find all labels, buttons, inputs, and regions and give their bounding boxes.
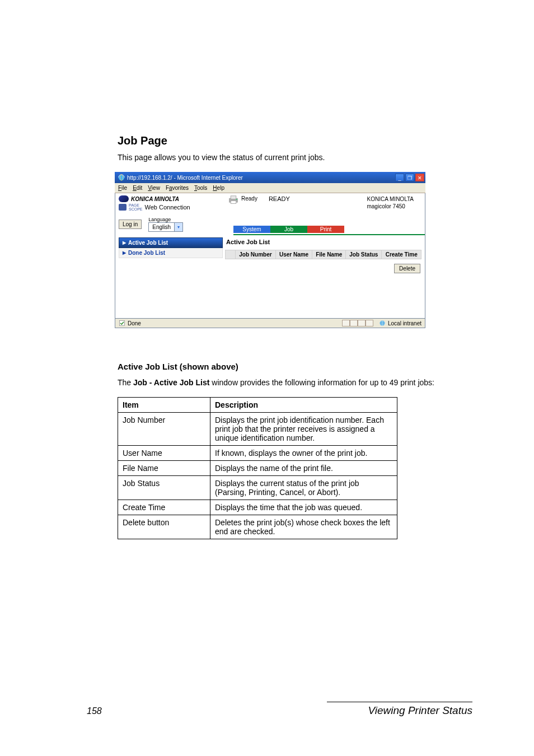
- model-vendor: KONICA MINOLTA: [367, 195, 414, 203]
- footer-title: Viewing Printer Status: [368, 704, 472, 717]
- login-button[interactable]: Log in: [119, 220, 142, 229]
- window-titlebar: http://192.168.1.2/ - Microsoft Internet…: [115, 172, 425, 183]
- model-name: magicolor 7450: [367, 203, 414, 210]
- menu-edit[interactable]: Edit: [133, 185, 142, 191]
- info-head-item: Item: [118, 398, 210, 413]
- browser-menubar: File Edit View Favorites Tools Help: [115, 183, 425, 193]
- screenshot: http://192.168.1.2/ - Microsoft Internet…: [115, 172, 425, 328]
- info-desc: Displays the time that the job was queue…: [210, 500, 397, 515]
- info-head-desc: Description: [210, 398, 397, 413]
- sidebar-done-job-list[interactable]: ▶ Done Job List: [119, 248, 223, 258]
- language-label: Language: [148, 217, 183, 222]
- done-icon: [119, 320, 125, 326]
- info-desc: Displays the current status of the print…: [210, 476, 397, 500]
- page-footer: 158 Viewing Printer Status: [0, 702, 534, 717]
- table-row: Job StatusDisplays the current status of…: [118, 476, 397, 500]
- table-row: User NameIf known, displays the owner of…: [118, 446, 397, 461]
- tab-print[interactable]: Print: [307, 226, 344, 233]
- info-item: File Name: [118, 461, 210, 476]
- window-title-text: http://192.168.1.2/ - Microsoft Internet…: [127, 175, 243, 181]
- triangle-right-icon: ▶: [123, 240, 126, 245]
- tab-underline: [233, 234, 425, 235]
- tab-job[interactable]: Job: [270, 226, 307, 233]
- info-desc: If known, displays the owner of the prin…: [210, 446, 397, 461]
- col-checkbox: [226, 250, 236, 259]
- info-desc: Displays the name of the print file.: [210, 461, 397, 476]
- printer-icon: [228, 195, 239, 204]
- sidebar-active-label: Active Job List: [128, 240, 168, 246]
- language-value: English: [149, 224, 174, 230]
- info-desc: Deletes the print job(s) whose check box…: [210, 515, 397, 539]
- konica-badge-icon: [119, 195, 129, 202]
- subsection-heading: Active Job List (shown above): [118, 362, 472, 371]
- info-item: Job Status: [118, 476, 210, 500]
- info-table: Item Description Job NumberDisplays the …: [118, 397, 397, 539]
- col-job-status: Job Status: [346, 250, 382, 259]
- section-intro: This page allows you to view the status …: [118, 153, 472, 162]
- sidebar-active-job-list[interactable]: ▶ Active Job List: [119, 237, 223, 248]
- svg-rect-6: [120, 321, 125, 326]
- printer-ready-status: READY: [269, 195, 290, 211]
- menu-tools[interactable]: Tools: [194, 185, 207, 191]
- close-button[interactable]: ✕: [415, 174, 424, 181]
- statusbar-done: Done: [128, 320, 141, 326]
- panel-title: Active Job List: [225, 237, 421, 250]
- ie-icon: [118, 174, 125, 181]
- delete-button[interactable]: Delete: [394, 264, 420, 273]
- table-row: Create TimeDisplays the time that the jo…: [118, 500, 397, 515]
- col-job-number: Job Number: [236, 250, 276, 259]
- language-select[interactable]: English ▾: [148, 222, 183, 232]
- tab-system[interactable]: System: [233, 226, 270, 233]
- col-user-name: User Name: [275, 250, 312, 259]
- browser-body: KONICA MINOLTA PAGE SCOPE Web Connection…: [115, 193, 425, 318]
- job-table: Job Number User Name File Name Job Statu…: [225, 250, 421, 259]
- info-item: Job Number: [118, 413, 210, 446]
- chevron-down-icon: ▾: [174, 223, 182, 231]
- pagescope-small: PAGE SCOPE: [129, 203, 143, 211]
- table-row: Job NumberDisplays the print job identif…: [118, 413, 397, 446]
- svg-point-5: [236, 199, 237, 200]
- printer-ready-chip: Ready: [241, 195, 257, 202]
- menu-file[interactable]: File: [118, 185, 127, 191]
- table-row: File NameDisplays the name of the print …: [118, 461, 397, 476]
- section-heading: Job Page: [118, 134, 472, 147]
- col-file-name: File Name: [312, 250, 346, 259]
- vendor-name: KONICA MINOLTA: [131, 196, 179, 202]
- info-item: Delete button: [118, 515, 210, 539]
- maximize-button[interactable]: ❐: [405, 174, 414, 181]
- svg-rect-3: [231, 196, 236, 199]
- subsection-intro: The Job - Active Job List window provide…: [118, 378, 472, 387]
- triangle-right-icon: ▶: [123, 250, 126, 255]
- sidebar-done-label: Done Job List: [128, 250, 165, 256]
- browser-statusbar: Done Local intranet: [115, 318, 425, 328]
- menu-favorites[interactable]: Favorites: [166, 185, 189, 191]
- pagescope-badge-icon: [119, 204, 127, 211]
- statusbar-zone: Local intranet: [388, 320, 421, 326]
- col-create-time: Create Time: [382, 250, 421, 259]
- info-item: User Name: [118, 446, 210, 461]
- intranet-icon: [379, 320, 386, 326]
- footer-page-number: 158: [87, 706, 102, 716]
- menu-view[interactable]: View: [148, 185, 160, 191]
- webconnection-label: Web Connection: [145, 204, 190, 211]
- info-item: Create Time: [118, 500, 210, 515]
- svg-rect-4: [231, 201, 236, 204]
- menu-help[interactable]: Help: [213, 185, 224, 191]
- info-desc: Displays the print job identification nu…: [210, 413, 397, 446]
- minimize-button[interactable]: _: [395, 174, 404, 181]
- table-row: Delete buttonDeletes the print job(s) wh…: [118, 515, 397, 539]
